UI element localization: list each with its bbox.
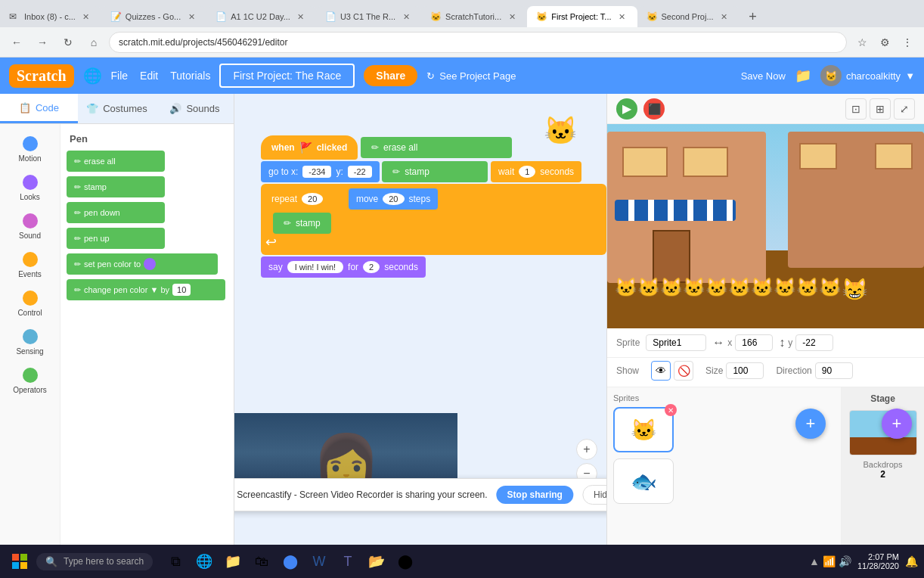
green-flag-button[interactable]: ▶ <box>616 98 637 120</box>
change-pen-color-block[interactable]: ✏ change pen color ▼ by 10 <box>67 279 225 300</box>
tab-first-project-close[interactable]: ✕ <box>616 11 628 23</box>
wait-block[interactable]: wait 1 seconds <box>491 161 581 182</box>
stamp-block[interactable]: ✏ stamp <box>67 176 165 197</box>
block-pen-up[interactable]: ✏ pen up <box>67 228 228 249</box>
address-bar[interactable]: scratch.mit.edu/projects/456046291/edito… <box>109 32 847 53</box>
stamp-repeat-block[interactable]: ✏ stamp <box>273 213 331 234</box>
erase-all-code-block[interactable]: ✏ erase all <box>361 137 512 158</box>
show-visible-button[interactable]: 👁 <box>651 361 671 381</box>
large-stage-button[interactable]: ⊞ <box>870 98 891 120</box>
home-button[interactable]: ⌂ <box>83 32 104 53</box>
tab-scratch-tut[interactable]: 🐱 ScratchTutori... ✕ <box>421 6 527 27</box>
edit-menu[interactable]: Edit <box>140 70 158 82</box>
block-erase-all[interactable]: ✏ erase all <box>67 151 228 172</box>
tab-second-project[interactable]: 🐱 Second Proj... ✕ <box>637 6 740 27</box>
hide-button[interactable]: Hide <box>582 485 606 505</box>
bookmark-icon[interactable]: ☆ <box>851 32 873 53</box>
tab-a1-close[interactable]: ✕ <box>295 11 307 23</box>
wait-value[interactable]: 1 <box>519 166 535 178</box>
stamp-code-block[interactable]: ✏ stamp <box>382 161 488 182</box>
category-motion[interactable]: Motion <box>0 130 60 169</box>
add-sprite-button[interactable]: + <box>795 409 826 439</box>
add-backdrop-button[interactable]: + <box>882 409 912 439</box>
show-hidden-button[interactable]: 🚫 <box>674 361 693 381</box>
y-coord-input[interactable] <box>795 334 833 351</box>
share-button[interactable]: Share <box>364 65 417 86</box>
taskbar-up-arrow[interactable]: ▲ <box>809 555 820 567</box>
block-stamp[interactable]: ✏ stamp <box>67 176 228 197</box>
tab-quizzes-close[interactable]: ✕ <box>185 11 197 23</box>
say-text[interactable]: I win! I win! <box>287 261 343 273</box>
refresh-button[interactable]: ↻ <box>57 32 79 53</box>
say-seconds-value[interactable]: 2 <box>363 261 380 273</box>
stop-sharing-button[interactable]: Stop sharing <box>497 486 573 504</box>
sprite-delete-button[interactable]: ✕ <box>665 404 677 416</box>
start-button[interactable] <box>6 548 33 575</box>
category-control[interactable]: Control <box>0 284 60 323</box>
change-pen-value[interactable]: 10 <box>172 284 191 296</box>
sprite-thumb-fish[interactable]: 🐟 <box>613 458 674 504</box>
tab-code[interactable]: 📋 Code <box>0 94 78 123</box>
forward-button[interactable]: → <box>32 32 53 53</box>
taskbar-search[interactable]: 🔍 Type here to search <box>36 553 153 570</box>
move-value[interactable]: 20 <box>383 193 404 205</box>
when-clicked-block[interactable]: when 🚩 clicked <box>261 135 358 160</box>
tab-sounds[interactable]: 🔊 Sounds <box>156 94 234 123</box>
file-menu[interactable]: File <box>111 70 129 82</box>
x-coord-input[interactable] <box>735 334 773 351</box>
fullscreen-button[interactable]: ⤢ <box>894 98 915 120</box>
user-area[interactable]: 🐱 charcoalkitty ▼ <box>820 65 915 86</box>
erase-all-block[interactable]: ✏ erase all <box>67 151 165 172</box>
taskbar-clock[interactable]: 2:07 PM 11/28/2020 <box>857 552 899 570</box>
category-operators[interactable]: Operators <box>0 362 60 400</box>
extensions-icon[interactable]: ⚙ <box>874 32 895 53</box>
new-tab-button[interactable]: + <box>743 6 764 27</box>
volume-icon[interactable]: 🔊 <box>839 555 851 567</box>
block-pen-down[interactable]: ✏ pen down <box>67 202 228 223</box>
say-block[interactable]: say I win! I win! for 2 seconds <box>261 256 426 278</box>
taskbar-teams[interactable]: T <box>334 548 361 575</box>
move-block[interactable]: move 20 steps <box>349 188 438 210</box>
tab-a1[interactable]: 📄 A1 1C U2 Day... ✕ <box>206 6 316 27</box>
tab-gmail[interactable]: ✉ Inbox (8) - c... ✕ <box>0 6 101 27</box>
tab-u3[interactable]: 📄 U3 C1 The R... ✕ <box>316 6 421 27</box>
project-title[interactable]: First Project: The Race <box>219 64 355 88</box>
goto-x-value[interactable]: -234 <box>302 166 331 178</box>
menu-icon[interactable]: ⋮ <box>897 32 918 53</box>
category-events[interactable]: Events <box>0 246 60 284</box>
repeat-value[interactable]: 20 <box>302 193 323 205</box>
block-change-pen-color[interactable]: ✏ change pen color ▼ by 10 <box>67 279 228 300</box>
pen-up-block[interactable]: ✏ pen up <box>67 228 165 249</box>
small-stage-button[interactable]: ⊡ <box>845 98 867 120</box>
taskbar-explorer[interactable]: 📂 <box>363 548 390 575</box>
set-pen-color-block[interactable]: ✏ set pen color to <box>67 253 218 275</box>
category-looks[interactable]: Looks <box>0 169 60 207</box>
back-button[interactable]: ← <box>6 32 27 53</box>
goto-block[interactable]: go to x: -234 y: -22 <box>261 161 380 182</box>
tutorials-menu[interactable]: Tutorials <box>170 70 210 82</box>
taskbar-files[interactable]: 📁 <box>219 548 247 575</box>
category-sensing[interactable]: Sensing <box>0 323 60 362</box>
size-input[interactable] <box>726 362 764 379</box>
tab-second-project-close[interactable]: ✕ <box>718 11 730 23</box>
tab-first-project[interactable]: 🐱 First Project: T... ✕ <box>527 6 637 27</box>
tab-scratch-tut-close[interactable]: ✕ <box>506 11 518 23</box>
notification-icon[interactable]: 🔔 <box>905 555 918 567</box>
category-sound[interactable]: Sound <box>0 207 60 246</box>
zoom-in-button[interactable]: + <box>576 439 597 460</box>
see-project-button[interactable]: ↻ See Project Page <box>426 70 516 82</box>
tab-u3-close[interactable]: ✕ <box>400 11 412 23</box>
tab-quizzes[interactable]: 📝 Quizzes - Go... ✕ <box>101 6 206 27</box>
scratch-logo[interactable]: Scratch <box>9 64 74 88</box>
taskbar-edge[interactable]: 🌐 <box>191 548 218 575</box>
pen-down-block[interactable]: ✏ pen down <box>67 202 165 223</box>
repeat-block-container[interactable]: repeat 20 move 20 steps <box>261 184 606 255</box>
taskbar-app9[interactable]: ⬤ <box>392 548 419 575</box>
stop-button[interactable]: ⬛ <box>643 98 665 120</box>
sprite-name-input[interactable] <box>646 334 706 351</box>
taskbar-word[interactable]: W <box>305 548 333 575</box>
tab-costumes[interactable]: 👕 Costumes <box>78 94 156 123</box>
taskbar-chrome[interactable]: ⬤ <box>277 548 304 575</box>
taskbar-taskview[interactable]: ⧉ <box>162 548 189 575</box>
direction-input[interactable] <box>815 362 853 379</box>
